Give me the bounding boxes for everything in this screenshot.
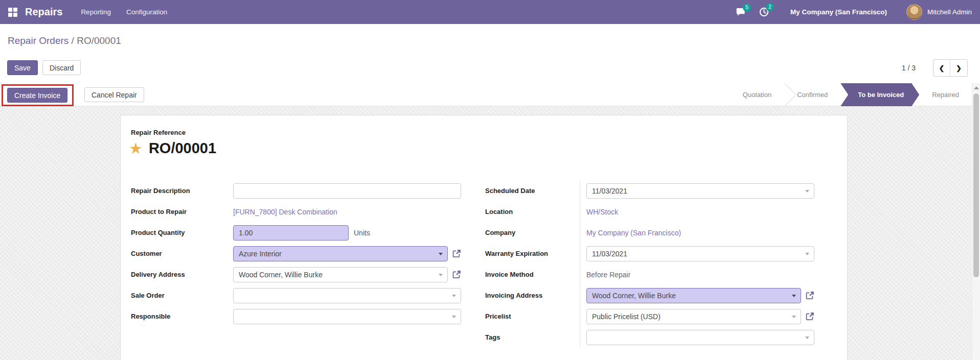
apps-menu-icon[interactable] (8, 8, 17, 17)
invoice-method-value: Before Repair (586, 271, 630, 279)
company-link[interactable]: My Company (San Francisco) (586, 229, 681, 237)
dropdown-caret-icon (805, 337, 809, 339)
pricelist-select[interactable]: Public Pricelist (USD) (586, 309, 801, 324)
product-quantity-input[interactable]: 1.00 (233, 225, 349, 241)
field-label: Customer (131, 250, 233, 257)
field-label: Company (485, 229, 580, 236)
discard-button[interactable]: Discard (42, 60, 81, 75)
external-link-icon[interactable] (452, 249, 461, 258)
field-label: Pricelist (485, 313, 580, 320)
field-row: Delivery Address Wood Corner, Willie Bur… (131, 264, 476, 285)
sale-order-select[interactable] (233, 288, 461, 303)
reference-field-label: Repair Reference (131, 129, 186, 136)
status-step-repaired[interactable]: Repaired (919, 83, 972, 106)
field-label: Product Quantity (131, 229, 233, 236)
field-row: Location WH/Stock (485, 201, 838, 222)
status-pipeline: Quotation Confirmed To be Invoiced Repai… (730, 83, 972, 106)
field-row: Company My Company (San Francisco) (485, 222, 838, 243)
external-link-icon[interactable] (806, 312, 814, 321)
invoicing-address-select[interactable]: Wood Corner, Willie Burke (586, 288, 801, 303)
field-row: Invoicing Address Wood Corner, Willie Bu… (485, 285, 838, 306)
field-label: Responsible (131, 313, 233, 320)
status-step-confirmed[interactable]: Confirmed (784, 83, 840, 106)
field-row: Pricelist Public Pricelist (USD) (485, 306, 838, 327)
app-brand[interactable]: Repairs (25, 6, 62, 18)
field-row: Scheduled Date 11/03/2021 (485, 180, 838, 201)
breadcrumb-current: RO/00001 (77, 35, 121, 46)
field-row: Product Quantity 1.00 Units (131, 222, 476, 243)
tags-select[interactable] (586, 330, 814, 345)
repair-reference-title: RO/00001 (149, 140, 216, 157)
field-label: Location (485, 208, 580, 215)
dropdown-caret-icon (805, 253, 809, 255)
responsible-select[interactable] (233, 309, 461, 324)
breadcrumb-parent[interactable]: Repair Orders (8, 35, 69, 46)
breadcrumb-separator: / (69, 35, 77, 46)
field-row: Repair Description (131, 180, 476, 201)
messages-badge: 5 (743, 4, 751, 12)
delivery-address-select[interactable]: Wood Corner, Willie Burke (233, 267, 448, 282)
pager-value[interactable]: 1 / 3 (902, 64, 916, 72)
field-row: Tags (485, 327, 838, 348)
product-to-repair-link[interactable]: [FURN_7800] Desk Combination (233, 208, 337, 216)
cancel-repair-button[interactable]: Cancel Repair (84, 87, 144, 102)
field-label: Invoicing Address (485, 292, 580, 299)
control-panel: Repair Orders / RO/00001 Save Discard 1 … (0, 24, 980, 83)
dropdown-caret-icon (439, 274, 443, 276)
create-invoice-button[interactable]: Create Invoice (7, 88, 67, 103)
customer-select[interactable]: Azure Interior (233, 246, 448, 261)
chevron-right-icon: ❯ (956, 64, 962, 72)
dropdown-caret-icon (439, 253, 443, 255)
user-avatar[interactable] (906, 4, 922, 20)
scrollbar-thumb[interactable] (973, 93, 979, 277)
field-row: Product to Repair [FURN_7800] Desk Combi… (131, 201, 476, 222)
field-label: Scheduled Date (485, 187, 580, 195)
field-row: Sale Order (131, 285, 476, 306)
save-button[interactable]: Save (7, 60, 38, 75)
warranty-expiration-input[interactable]: 11/03/2021 (586, 246, 814, 261)
chevron-left-icon: ❮ (939, 64, 945, 72)
status-step-quotation[interactable]: Quotation (730, 83, 784, 106)
dropdown-caret-icon (792, 295, 796, 297)
field-label: Tags (485, 333, 580, 341)
field-label: Invoice Method (485, 271, 580, 278)
external-link-icon[interactable] (806, 291, 814, 300)
field-label: Product to Repair (131, 208, 233, 215)
activities-clock-icon[interactable]: 2 (759, 7, 769, 17)
field-label: Repair Description (131, 187, 233, 195)
systray: 5 2 My Company (San Francisco) Mitchell … (736, 4, 972, 20)
field-label: Warranty Expiration (485, 250, 580, 257)
breadcrumb: Repair Orders / RO/00001 (8, 35, 121, 46)
form-sheet: Repair Reference ★ RO/00001 Repair Descr… (120, 115, 848, 360)
menu-reporting[interactable]: Reporting (81, 8, 111, 16)
activities-badge: 2 (766, 3, 774, 11)
scroll-up-button[interactable] (974, 86, 979, 89)
company-switcher[interactable]: My Company (San Francisco) (790, 8, 887, 16)
user-menu[interactable]: Mitchell Admin (927, 8, 972, 16)
top-navbar: Repairs Reporting Configuration 5 2 My C… (0, 0, 980, 24)
field-label: Delivery Address (131, 271, 233, 278)
status-step-to-be-invoiced[interactable]: To be Invoiced (840, 83, 919, 106)
pager: ❮ ❯ (933, 59, 968, 77)
field-row: Customer Azure Interior (131, 243, 476, 264)
field-row: Responsible (131, 306, 476, 327)
next-record-button[interactable]: ❯ (950, 60, 967, 76)
field-row: Invoice Method Before Repair (485, 264, 838, 285)
messages-icon[interactable]: 5 (736, 8, 746, 17)
dropdown-caret-icon (452, 295, 456, 297)
statusbar: Create Invoice Cancel Repair Quotation C… (0, 83, 980, 106)
dropdown-caret-icon (792, 316, 796, 318)
favorite-star-icon[interactable]: ★ (129, 141, 143, 156)
menu-configuration[interactable]: Configuration (126, 8, 167, 16)
units-label: Units (354, 229, 370, 237)
repair-description-input[interactable] (233, 183, 461, 199)
location-link[interactable]: WH/Stock (586, 208, 618, 216)
external-link-icon[interactable] (452, 270, 461, 279)
left-field-group: Repair Description Product to Repair [FU… (131, 180, 476, 327)
previous-record-button[interactable]: ❮ (933, 60, 950, 76)
dropdown-caret-icon (805, 190, 809, 193)
scheduled-date-input[interactable]: 11/03/2021 (586, 183, 814, 199)
right-field-group: Scheduled Date 11/03/2021 Location WH/St… (485, 180, 838, 348)
annotation-highlight-box: Create Invoice (2, 84, 74, 106)
vertical-scrollbar[interactable] (972, 83, 980, 360)
